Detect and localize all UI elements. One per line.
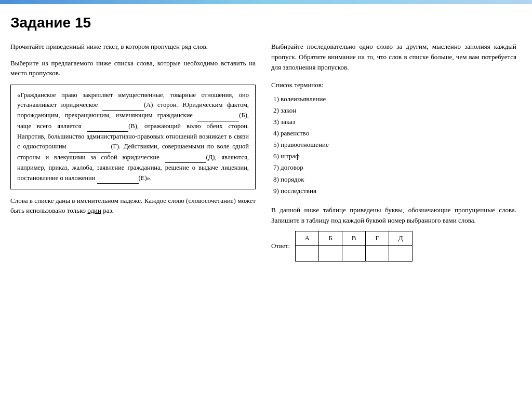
- list-item: 8) порядок: [271, 174, 516, 185]
- main-text-box: «Гражданское право закрепляет имуществен…: [10, 85, 256, 189]
- terms-label: Список терминов:: [271, 80, 516, 90]
- footnote-part2: раз.: [101, 207, 114, 214]
- answer-cell-a[interactable]: [296, 246, 319, 262]
- header-d: Д: [389, 231, 413, 246]
- blank-a: [102, 100, 144, 111]
- answer-description: В данной ниже таблице приведены буквы, о…: [271, 205, 516, 226]
- left-column: Прочитайте приведенный ниже текст, в кот…: [10, 42, 256, 262]
- header-a: А: [296, 231, 319, 246]
- footnote: Слова в списке даны в именительном падеж…: [10, 196, 256, 216]
- list-item: 4) равенство: [271, 128, 516, 139]
- list-item: 2) закон: [271, 105, 516, 116]
- left-instruction-2: Выберите из предлагаемого ниже списка сл…: [10, 58, 256, 78]
- right-column: Выбирайте последовательно одно слово за …: [271, 42, 516, 262]
- list-item: 7) договор: [271, 162, 516, 173]
- left-instruction-1: Прочитайте приведенный ниже текст, в кот…: [10, 42, 256, 52]
- answer-table-container: Ответ: А Б В Г Д: [271, 231, 516, 262]
- list-item: 6) штраф: [271, 150, 516, 162]
- table-header-row: А Б В Г Д: [296, 231, 413, 246]
- answer-table: А Б В Г Д: [295, 231, 413, 262]
- blank-v: [87, 121, 128, 132]
- header-v: В: [342, 231, 366, 246]
- list-item: 1) волеизъявление: [271, 93, 516, 105]
- header-b: Б: [319, 231, 342, 246]
- top-bar: [0, 0, 532, 4]
- footnote-underline: один: [87, 207, 101, 214]
- answer-cell-v[interactable]: [342, 246, 366, 262]
- list-item: 9) последствия: [271, 185, 516, 197]
- header-g: Г: [366, 231, 389, 246]
- table-answer-row: [296, 246, 413, 262]
- footnote-part1: Слова в списке даны в именительном падеж…: [10, 197, 256, 215]
- page-title: Задание 15: [10, 15, 516, 31]
- blank-e: [97, 173, 139, 184]
- answer-cell-b[interactable]: [319, 246, 342, 262]
- list-item: 5) правоотношение: [271, 139, 516, 150]
- right-instruction: Выбирайте последовательно одно слово за …: [271, 42, 516, 73]
- blank-b: [197, 111, 239, 121]
- terms-list: 1) волеизъявление 2) закон 3) заказ 4) р…: [271, 93, 516, 197]
- blank-g: [69, 142, 111, 152]
- blank-d: [165, 153, 206, 163]
- answer-cell-d[interactable]: [389, 246, 413, 262]
- answer-section: В данной ниже таблице приведены буквы, о…: [271, 205, 516, 262]
- list-item: 3) заказ: [271, 116, 516, 128]
- answer-cell-g[interactable]: [366, 246, 389, 262]
- text-box-paragraph: «Гражданское право закрепляет имуществен…: [17, 90, 249, 184]
- answer-label: Ответ:: [271, 241, 290, 251]
